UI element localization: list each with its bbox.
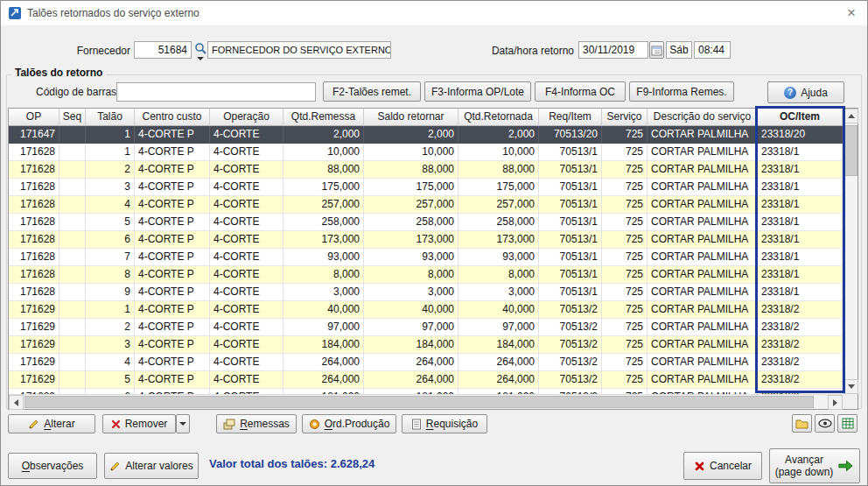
cell: 70513/2 bbox=[539, 371, 602, 389]
cell: 23318/1 bbox=[758, 144, 843, 161]
table-row[interactable]: 17162874-CORTE P4-CORTE93,00093,00093,00… bbox=[9, 249, 843, 266]
barcode-input[interactable] bbox=[116, 82, 316, 102]
column-header-oc-item[interactable]: OC/Item bbox=[758, 109, 843, 126]
export-spreadsheet-button[interactable] bbox=[837, 414, 858, 433]
table-row[interactable]: 17162854-CORTE P4-CORTE258,000258,000258… bbox=[9, 214, 843, 231]
table-row[interactable]: 17162824-CORTE P4-CORTE88,00088,00088,00… bbox=[9, 161, 843, 179]
cell: 725 bbox=[602, 249, 648, 266]
cell: 23318/1 bbox=[758, 249, 843, 266]
f9-informa-remes-button[interactable]: F9-Informa Remes. bbox=[629, 81, 734, 102]
cell: 23318/1 bbox=[758, 284, 843, 301]
column-header-tal-o[interactable]: Talão bbox=[86, 109, 135, 126]
arrow-down-icon bbox=[848, 384, 855, 389]
cell: 23318/20 bbox=[758, 126, 843, 144]
table-row[interactable]: 17162844-CORTE P4-CORTE257,000257,000257… bbox=[9, 196, 843, 214]
cell: 88,000 bbox=[458, 161, 539, 179]
table-row[interactable]: 17162864-CORTE P4-CORTE173,000173,000173… bbox=[9, 231, 843, 249]
column-header-req-item[interactable]: Req/Item bbox=[539, 109, 602, 126]
date-field[interactable]: 30/11/2019 bbox=[578, 41, 648, 59]
scroll-up-button[interactable] bbox=[844, 109, 858, 123]
cell: CORTAR PALMILHA bbox=[648, 179, 758, 196]
column-header-servi-o[interactable]: Serviço bbox=[602, 109, 648, 126]
ajuda-button[interactable]: ? Ajuda bbox=[767, 81, 844, 103]
scroll-down-button[interactable] bbox=[844, 379, 858, 394]
horizontal-scroll-thumb[interactable] bbox=[24, 396, 814, 408]
column-header-descri-o-do-servi-o[interactable]: Descrição do serviço bbox=[648, 109, 758, 126]
cell bbox=[60, 284, 86, 301]
horizontal-scrollbar[interactable] bbox=[9, 394, 843, 409]
close-button[interactable]: × bbox=[837, 1, 865, 25]
fornecedor-code-field[interactable]: 51684 bbox=[134, 41, 192, 59]
folder-button[interactable] bbox=[792, 414, 812, 433]
group-title: Talões do retorno bbox=[11, 67, 106, 79]
cell: 171629 bbox=[9, 371, 60, 389]
f2-taloes-remet-button[interactable]: F2-Talões remet. bbox=[323, 81, 421, 102]
cell: 4-CORTE bbox=[210, 371, 284, 389]
column-header-opera-o[interactable]: Operação bbox=[210, 109, 284, 126]
cell: CORTAR PALMILHA bbox=[648, 266, 758, 284]
column-header-seq[interactable]: Seq bbox=[60, 109, 86, 126]
alterar-valores-label: Alterar valores bbox=[125, 460, 192, 472]
cell bbox=[60, 214, 86, 231]
cell: 4-CORTE P bbox=[135, 179, 210, 196]
column-header-qtd-retornada[interactable]: Qtd.Retornada bbox=[458, 109, 539, 126]
cell: 70513/1 bbox=[539, 266, 602, 284]
calendar-icon bbox=[651, 45, 662, 56]
observacoes-button[interactable]: Observações bbox=[8, 453, 97, 479]
f3-informa-op-lote-button[interactable]: F3-Informa OP/Lote bbox=[424, 81, 531, 102]
table-row[interactable]: 17162834-CORTE P4-CORTE175,000175,000175… bbox=[9, 179, 843, 196]
scroll-right-button[interactable] bbox=[828, 395, 843, 410]
table-row[interactable]: 17162954-CORTE P4-CORTE264,000264,000264… bbox=[9, 371, 843, 389]
calendar-button[interactable] bbox=[649, 41, 664, 59]
time-field[interactable]: 08:44 bbox=[694, 41, 731, 59]
cell: 70513/20 bbox=[539, 126, 602, 144]
cell: 184,000 bbox=[458, 336, 539, 354]
avancar-button[interactable]: Avançar (page down) bbox=[769, 448, 860, 483]
cancelar-button[interactable]: Cancelar bbox=[683, 452, 762, 480]
cell: 4-CORTE bbox=[210, 126, 284, 144]
cell: 70513/1 bbox=[539, 249, 602, 266]
cell: 725 bbox=[602, 214, 648, 231]
requisicao-button[interactable]: Requisição bbox=[402, 414, 487, 433]
table-row[interactable]: 17162924-CORTE P4-CORTE97,00097,00097,00… bbox=[9, 319, 843, 336]
remessas-button[interactable]: Remessas bbox=[216, 414, 297, 433]
table-row[interactable]: 17162894-CORTE P4-CORTE3,0003,0003,00070… bbox=[9, 284, 843, 301]
alterar-valores-button[interactable]: Alterar valores bbox=[104, 453, 199, 479]
cell: 4-CORTE bbox=[210, 249, 284, 266]
vertical-scroll-thumb[interactable] bbox=[844, 125, 858, 176]
cell: 171629 bbox=[9, 301, 60, 319]
ord-producao-button[interactable]: Ord.Produção bbox=[302, 414, 396, 433]
table-row[interactable]: 17164714-CORTE P4-CORTE2,0002,0002,00070… bbox=[9, 126, 843, 144]
table-row[interactable]: 17162814-CORTE P4-CORTE10,00010,00010,00… bbox=[9, 144, 843, 161]
table-row[interactable]: 17162884-CORTE P4-CORTE8,0008,0008,00070… bbox=[9, 266, 843, 284]
cell bbox=[60, 266, 86, 284]
cell: 10,000 bbox=[284, 144, 364, 161]
folder-icon bbox=[795, 419, 808, 429]
column-header-op[interactable]: OP bbox=[9, 109, 60, 126]
fornecedor-dropdown-caret-icon[interactable] bbox=[197, 57, 204, 60]
cell: 4-CORTE P bbox=[135, 301, 210, 319]
table-row[interactable]: 17162914-CORTE P4-CORTE40,00040,00040,00… bbox=[9, 301, 843, 319]
cell: CORTAR PALMILHA bbox=[648, 196, 758, 214]
cell: 258,000 bbox=[364, 214, 458, 231]
f4-informa-oc-button[interactable]: F4-Informa OC bbox=[535, 81, 626, 102]
cell: 171628 bbox=[9, 284, 60, 301]
scroll-left-button[interactable] bbox=[9, 395, 24, 410]
remover-dropdown-button[interactable] bbox=[176, 414, 190, 433]
column-header-qtd-remessa[interactable]: Qtd.Remessa bbox=[284, 109, 364, 126]
alterar-button[interactable]: Alterar bbox=[8, 414, 95, 433]
table-row[interactable]: 17162934-CORTE P4-CORTE184,000184,000184… bbox=[9, 336, 843, 354]
column-header-saldo-retornar[interactable]: Saldo retornar bbox=[364, 109, 458, 126]
vertical-scrollbar[interactable] bbox=[843, 109, 858, 394]
table-row[interactable]: 17162944-CORTE P4-CORTE264,000264,000264… bbox=[9, 354, 843, 371]
cell: 171628 bbox=[9, 231, 60, 249]
cell: CORTAR PALMILHA bbox=[648, 126, 758, 144]
view-button[interactable] bbox=[815, 414, 835, 433]
ajuda-label: Ajuda bbox=[801, 87, 828, 99]
column-header-centro-custo[interactable]: Centro custo bbox=[135, 109, 210, 126]
dialog-window: Talões retornados do serviço externo × F… bbox=[0, 0, 868, 486]
fornecedor-name-field[interactable]: FORNECEDOR DO SERVIÇO EXTERNO bbox=[207, 41, 391, 59]
cell: 264,000 bbox=[458, 354, 539, 371]
cell: 171628 bbox=[9, 266, 60, 284]
remover-button[interactable]: Remover bbox=[102, 414, 176, 433]
